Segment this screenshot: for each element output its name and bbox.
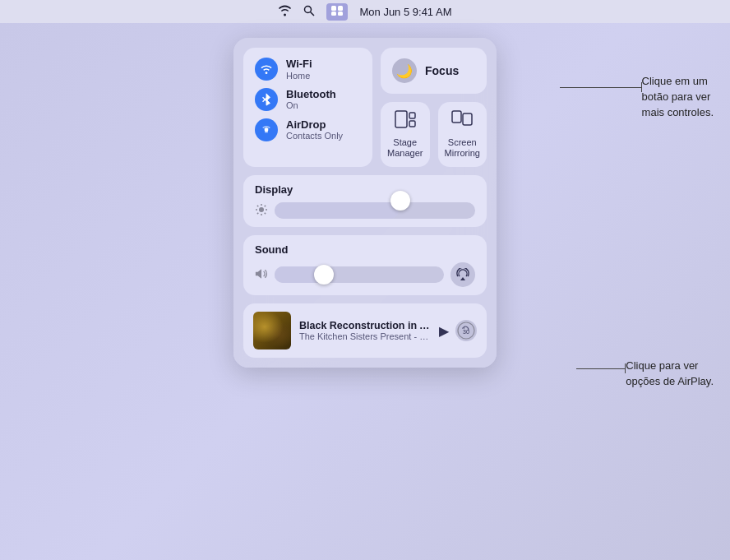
svg-rect-10 bbox=[395, 111, 407, 127]
airdrop-sub: Contacts Only bbox=[286, 131, 343, 141]
control-center-panel: Wi-Fi Home Bluetoot bbox=[233, 38, 497, 368]
airplay-annotation: Clique para veropções de AirPlay. bbox=[560, 359, 714, 390]
airdrop-text: AirDrop Contacts Only bbox=[286, 118, 343, 142]
svg-point-0 bbox=[305, 6, 312, 12]
now-playing-info: Black Reconstruction in America... The K… bbox=[299, 320, 431, 341]
focus-label: Focus bbox=[425, 64, 459, 77]
wifi-item[interactable]: Wi-Fi Home bbox=[255, 58, 361, 81]
sound-section: Sound bbox=[243, 235, 487, 295]
svg-line-22 bbox=[257, 213, 258, 214]
focus-annotation-line bbox=[560, 87, 642, 88]
svg-line-20 bbox=[257, 206, 258, 206]
svg-line-1 bbox=[311, 12, 315, 16]
display-label: Display bbox=[255, 183, 475, 196]
svg-point-6 bbox=[266, 72, 268, 75]
network-tile: Wi-Fi Home Bluetoot bbox=[243, 48, 372, 167]
wifi-icon bbox=[255, 58, 278, 81]
stage-manager-tile[interactable]: StageManager bbox=[381, 102, 430, 167]
sound-label: Sound bbox=[255, 243, 475, 256]
screen-mirroring-icon bbox=[451, 110, 473, 133]
svg-rect-5 bbox=[338, 12, 343, 16]
stage-manager-icon bbox=[395, 110, 416, 133]
menu-bar-icons: Mon Jun 5 9:41 AM bbox=[278, 3, 451, 21]
album-art-design bbox=[253, 312, 291, 349]
airdrop-label: AirDrop bbox=[286, 118, 343, 132]
airplay-button[interactable] bbox=[450, 262, 475, 287]
bluetooth-sub: On bbox=[286, 100, 336, 111]
focus-annotation-text: Clique em umbotão para vermais controles… bbox=[642, 74, 714, 121]
svg-line-23 bbox=[265, 206, 266, 206]
top-row: Wi-Fi Home Bluetoot bbox=[243, 48, 487, 167]
brightness-icon bbox=[255, 203, 268, 219]
svg-rect-3 bbox=[338, 6, 343, 11]
search-menubar-icon[interactable] bbox=[303, 5, 315, 19]
wifi-label: Wi-Fi bbox=[286, 58, 312, 71]
display-section: Display bbox=[243, 175, 487, 227]
play-button[interactable]: ▶ bbox=[439, 323, 449, 339]
airdrop-icon bbox=[255, 118, 278, 141]
volume-slider[interactable] bbox=[275, 266, 444, 283]
wifi-text: Wi-Fi Home bbox=[286, 58, 312, 81]
bluetooth-text: Bluetooth On bbox=[286, 88, 336, 112]
svg-line-21 bbox=[265, 213, 266, 214]
screen-mirroring-label: ScreenMirroring bbox=[445, 137, 480, 159]
airplay-annotation-line bbox=[576, 368, 626, 369]
menu-bar-datetime: Mon Jun 5 9:41 AM bbox=[359, 6, 451, 18]
bluetooth-item[interactable]: Bluetooth On bbox=[255, 88, 361, 112]
svg-point-15 bbox=[259, 207, 264, 212]
skip-button[interactable]: 30 bbox=[455, 320, 477, 341]
svg-rect-4 bbox=[331, 12, 336, 16]
now-playing-subtitle: The Kitchen Sisters Present - March 7, 2… bbox=[299, 331, 431, 341]
svg-rect-13 bbox=[452, 111, 461, 123]
svg-rect-11 bbox=[409, 113, 415, 118]
brightness-fill bbox=[275, 202, 399, 219]
focus-icon: 🌙 bbox=[392, 58, 417, 83]
stage-manager-label: StageManager bbox=[387, 137, 423, 159]
svg-rect-12 bbox=[409, 121, 415, 127]
bluetooth-label: Bluetooth bbox=[286, 88, 336, 101]
wifi-sub: Home bbox=[286, 71, 312, 81]
svg-rect-14 bbox=[463, 113, 472, 125]
small-tiles-row: StageManager ScreenMirroring bbox=[381, 102, 487, 167]
brightness-slider[interactable] bbox=[275, 202, 475, 219]
airplay-annotation-text: Clique para veropções de AirPlay. bbox=[626, 359, 714, 390]
control-center-menubar-icon[interactable] bbox=[326, 3, 348, 21]
focus-annotation: Clique em umbotão para vermais controles… bbox=[543, 71, 714, 121]
brightness-thumb[interactable] bbox=[390, 191, 410, 211]
airdrop-item[interactable]: AirDrop Contacts Only bbox=[255, 118, 361, 142]
content-area: Wi-Fi Home Bluetoot bbox=[0, 23, 730, 560]
bluetooth-icon bbox=[255, 88, 278, 111]
now-playing-title: Black Reconstruction in America... bbox=[299, 320, 431, 331]
volume-thumb[interactable] bbox=[314, 265, 334, 285]
svg-rect-2 bbox=[331, 6, 336, 11]
screen-mirroring-tile[interactable]: ScreenMirroring bbox=[438, 102, 487, 167]
display-slider-row bbox=[255, 202, 475, 219]
menu-bar: Mon Jun 5 9:41 AM bbox=[0, 0, 730, 23]
now-playing-controls: ▶ 30 bbox=[439, 320, 477, 341]
now-playing-tile[interactable]: Black Reconstruction in America... The K… bbox=[243, 303, 487, 358]
album-art bbox=[253, 312, 291, 349]
right-column: 🌙 Focus StageManager bbox=[381, 48, 487, 167]
volume-icon bbox=[255, 268, 268, 282]
sound-slider-row bbox=[255, 262, 475, 287]
focus-tile[interactable]: 🌙 Focus bbox=[381, 48, 487, 94]
wifi-menubar-icon[interactable] bbox=[278, 5, 292, 19]
